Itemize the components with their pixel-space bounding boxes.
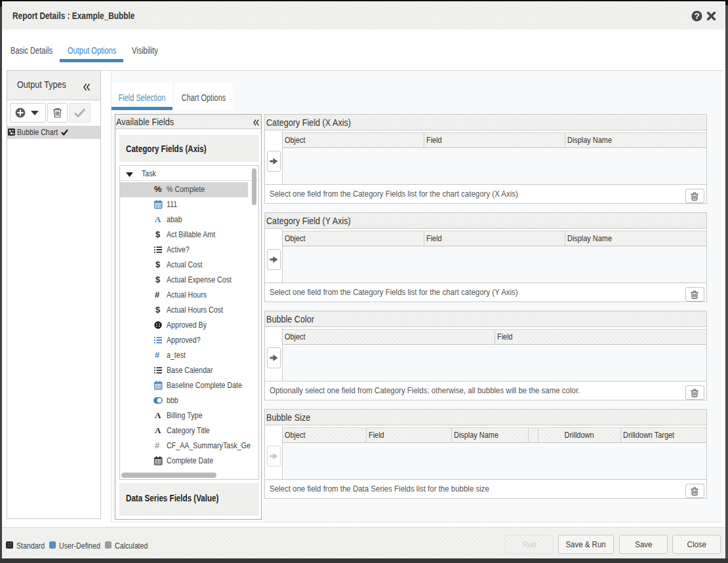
- svg-text:?: ?: [694, 11, 699, 21]
